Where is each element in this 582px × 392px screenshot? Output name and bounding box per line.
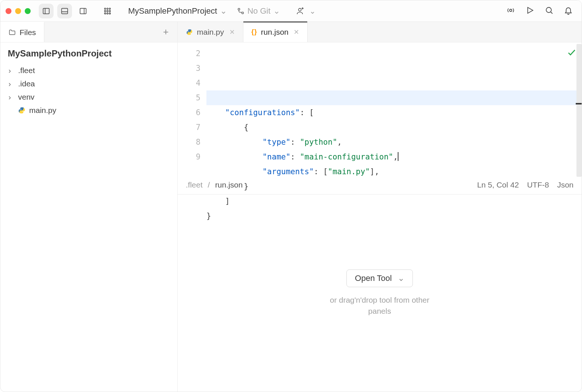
svg-rect-0 (43, 8, 49, 14)
titlebar-right (506, 6, 576, 16)
sidebar: Files + MySamplePythonProject › .fleet ›… (0, 22, 178, 392)
tree-folder[interactable]: › .idea (8, 77, 170, 90)
json-file-icon: {} (251, 28, 257, 36)
search-icon[interactable] (545, 6, 554, 16)
open-tool-dropdown[interactable]: Open Tool ⌄ (346, 269, 413, 287)
editor-tabs: main.py ✕ {} run.json ✕ (178, 22, 582, 42)
svg-point-13 (107, 13, 108, 14)
editor-tab-label: run.json (261, 28, 289, 37)
folder-icon (8, 29, 16, 36)
svg-rect-4 (80, 8, 86, 14)
notifications-icon[interactable] (564, 6, 573, 16)
tree-folder[interactable]: › .fleet (8, 64, 170, 77)
project-root[interactable]: MySamplePythonProject (8, 48, 170, 59)
sidebar-tab-label: Files (20, 28, 36, 37)
tree-item-label: venv (18, 93, 34, 102)
close-tab-icon[interactable]: ✕ (294, 28, 299, 36)
sidebar-tabs: Files + (0, 22, 177, 42)
left-panel-toggle[interactable] (39, 4, 54, 18)
minimize-window-button[interactable] (15, 8, 21, 14)
add-tab-button[interactable]: + (160, 26, 172, 38)
editor-tab-mainpy[interactable]: main.py ✕ (178, 22, 243, 42)
svg-point-7 (107, 8, 108, 9)
text-cursor (398, 152, 398, 161)
editor[interactable]: 2 3 4 5 6 7 8 9 "configurations": [ { "t… (178, 42, 582, 175)
file-tree: MySamplePythonProject › .fleet › .idea ›… (0, 42, 177, 123)
svg-point-20 (510, 9, 512, 11)
chevron-down-icon: ⌄ (220, 6, 227, 16)
svg-point-11 (109, 10, 111, 12)
main-area: main.py ✕ {} run.json ✕ 2 3 4 5 6 7 8 (178, 22, 582, 392)
vcs-label: No Git (247, 6, 270, 16)
svg-point-8 (109, 8, 111, 9)
code-area[interactable]: "configurations": [ { "type": "python", … (206, 42, 582, 175)
chevron-down-icon: ⌄ (273, 6, 280, 16)
inspection-ok-icon[interactable] (567, 48, 576, 59)
python-file-icon (18, 107, 25, 114)
chevron-right-icon: › (8, 93, 14, 102)
tree-folder[interactable]: › venv (8, 90, 170, 104)
svg-point-15 (238, 8, 240, 10)
tree-item-label: main.py (29, 106, 57, 115)
svg-point-17 (299, 8, 301, 11)
svg-point-16 (242, 12, 243, 14)
svg-rect-2 (62, 8, 68, 14)
zoom-window-button[interactable] (25, 8, 31, 14)
apps-grid-icon[interactable] (100, 4, 115, 18)
vcs-widget[interactable]: No Git ⌄ (237, 6, 280, 16)
tree-item-label: .idea (18, 79, 35, 88)
svg-marker-21 (528, 7, 533, 13)
chevron-down-icon[interactable]: ⌄ (309, 7, 316, 16)
open-tool-label: Open Tool (355, 274, 392, 283)
window-controls (6, 8, 35, 14)
svg-point-12 (105, 13, 106, 14)
bottom-panel-toggle[interactable] (57, 4, 72, 18)
chevron-right-icon: › (8, 66, 14, 75)
tree-item-label: .fleet (18, 66, 35, 75)
svg-point-6 (105, 8, 106, 9)
project-dropdown[interactable]: MySamplePythonProject ⌄ (128, 6, 227, 16)
svg-point-9 (105, 10, 106, 12)
close-window-button[interactable] (6, 8, 11, 14)
code-with-me-icon[interactable] (506, 6, 515, 16)
svg-point-22 (546, 7, 551, 13)
project-name: MySamplePythonProject (128, 6, 217, 16)
workspace: Files + MySamplePythonProject › .fleet ›… (0, 22, 582, 392)
breadcrumb-segment[interactable]: .fleet (186, 180, 203, 189)
tree-file[interactable]: main.py (8, 104, 170, 117)
app-window: MySamplePythonProject ⌄ No Git ⌄ ⌄ (0, 0, 582, 392)
svg-point-10 (107, 10, 108, 12)
svg-point-14 (109, 13, 111, 14)
editor-tab-label: main.py (197, 28, 224, 37)
titlebar: MySamplePythonProject ⌄ No Git ⌄ ⌄ (0, 0, 582, 22)
right-panel-toggle[interactable] (76, 4, 90, 18)
run-icon[interactable] (525, 6, 534, 16)
sidebar-tab-files[interactable]: Files (0, 22, 44, 42)
close-tab-icon[interactable]: ✕ (229, 28, 235, 36)
editor-tab-runjson[interactable]: {} run.json ✕ (243, 22, 308, 42)
drop-hint: or drag'n'drop tool from other panels (330, 295, 429, 317)
add-collaborator-button[interactable] (292, 4, 307, 18)
gutter: 2 3 4 5 6 7 8 9 (178, 42, 206, 175)
python-file-icon (186, 28, 193, 36)
chevron-right-icon: › (8, 80, 14, 88)
svg-line-23 (551, 12, 552, 14)
chevron-down-icon: ⌄ (398, 274, 404, 283)
